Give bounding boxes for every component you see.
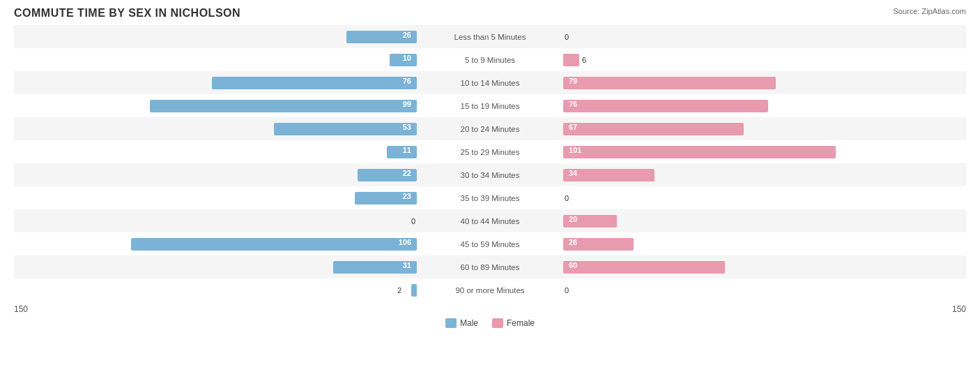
row-label: 15 to 19 Minutes — [420, 102, 560, 110]
row-label: Less than 5 Minutes — [420, 33, 560, 41]
female-value-inside: 20 — [569, 215, 577, 223]
male-value-inside: 23 — [403, 192, 411, 200]
chart-title: COMMUTE TIME BY SEX IN NICHOLSON — [14, 7, 966, 20]
right-section: 76 — [560, 94, 966, 117]
male-bar: 22 — [358, 169, 417, 181]
left-section: 22 — [14, 163, 420, 186]
left-section: 23 — [14, 186, 420, 209]
row-label: 25 to 29 Minutes — [420, 148, 560, 156]
male-bar: 31 — [333, 261, 417, 274]
female-value-zero: 0 — [565, 33, 569, 41]
male-value-inside: 11 — [403, 146, 411, 154]
left-section: 99 — [14, 94, 420, 117]
chart-container: COMMUTE TIME BY SEX IN NICHOLSON Source:… — [0, 0, 980, 365]
right-section: 101 — [560, 140, 966, 163]
male-value-inside: 31 — [403, 261, 411, 269]
chart-row: 76 10 to 14 Minutes 79 — [14, 71, 966, 94]
row-label: 45 to 59 Minutes — [420, 240, 560, 248]
male-bar: 23 — [355, 192, 417, 204]
legend: Male Female — [14, 318, 966, 328]
left-section: 53 — [14, 117, 420, 140]
row-label: 35 to 39 Minutes — [420, 194, 560, 202]
female-value-inside: 79 — [569, 77, 577, 85]
left-section: 106 — [14, 232, 420, 255]
female-value: 6 — [582, 56, 586, 64]
female-value-inside: 76 — [569, 100, 577, 108]
right-section: 20 — [560, 209, 966, 232]
male-bar: 11 — [387, 146, 417, 158]
axis-right-label: 150 — [952, 304, 966, 314]
row-label: 90 or more Minutes — [420, 286, 560, 295]
legend-female-box — [492, 318, 503, 328]
female-bar: 26 — [563, 238, 634, 251]
female-value-inside: 67 — [569, 123, 577, 131]
axis-left-label: 150 — [14, 304, 28, 314]
legend-male-label: Male — [460, 318, 478, 328]
female-bar: 76 — [563, 100, 768, 112]
right-section: 6 — [560, 48, 966, 71]
male-bar — [411, 284, 417, 297]
female-value-inside: 60 — [569, 261, 577, 269]
male-bar: 99 — [150, 100, 417, 112]
row-label: 60 to 89 Minutes — [420, 263, 560, 271]
female-value-inside: 101 — [569, 146, 581, 154]
male-bar: 26 — [346, 31, 417, 43]
female-bar: 101 — [563, 146, 836, 158]
row-label: 20 to 24 Minutes — [420, 125, 560, 133]
right-section: 26 — [560, 232, 966, 255]
female-value-inside: 26 — [569, 238, 577, 246]
legend-female-label: Female — [507, 318, 535, 328]
male-value-inside: 26 — [403, 31, 411, 39]
left-section: 2 — [14, 278, 420, 301]
right-section: 34 — [560, 163, 966, 186]
chart-row: 31 60 to 89 Minutes 60 — [14, 255, 966, 278]
legend-female: Female — [492, 318, 535, 328]
left-section: 76 — [14, 71, 420, 94]
female-bar: 67 — [563, 123, 744, 135]
male-value-inside: 10 — [403, 54, 411, 62]
male-bar: 76 — [212, 77, 417, 89]
right-section: 60 — [560, 255, 966, 278]
female-value-zero: 0 — [565, 194, 569, 202]
row-label: 40 to 44 Minutes — [420, 217, 560, 225]
right-section: 0 — [560, 278, 966, 301]
male-value-inside: 76 — [403, 77, 411, 85]
male-bar: 106 — [131, 238, 417, 251]
male-bar: 53 — [274, 123, 417, 135]
male-value-inside: 22 — [403, 169, 411, 177]
source-label: Source: ZipAtlas.com — [893, 7, 966, 15]
female-bar: 60 — [563, 261, 725, 274]
right-section: 67 — [560, 117, 966, 140]
male-value-inside: 106 — [399, 238, 411, 246]
left-section: 26 — [14, 25, 420, 48]
row-label: 10 to 14 Minutes — [420, 79, 560, 87]
right-section: 0 — [560, 186, 966, 209]
female-bar — [563, 54, 579, 66]
right-section: 0 — [560, 25, 966, 48]
chart-row: 99 15 to 19 Minutes 76 — [14, 94, 966, 117]
chart-body: 26 Less than 5 Minutes 0 10 5 to 9 Minut… — [14, 25, 966, 301]
left-section: 0 — [14, 209, 420, 232]
legend-male: Male — [445, 318, 478, 328]
left-section: 10 — [14, 48, 420, 71]
legend-male-box — [445, 318, 457, 328]
chart-row: 2 90 or more Minutes 0 — [14, 278, 966, 301]
row-label: 30 to 34 Minutes — [420, 171, 560, 179]
chart-row: 0 40 to 44 Minutes 20 — [14, 209, 966, 232]
left-section: 11 — [14, 140, 420, 163]
male-value-inside: 99 — [403, 100, 411, 108]
axis-labels: 150 150 — [14, 304, 966, 314]
right-section: 79 — [560, 71, 966, 94]
male-bar: 10 — [390, 54, 417, 66]
male-value-zero: 0 — [411, 217, 415, 225]
row-label: 5 to 9 Minutes — [420, 56, 560, 64]
chart-row: 106 45 to 59 Minutes 26 — [14, 232, 966, 255]
left-section: 31 — [14, 255, 420, 278]
female-bar: 34 — [563, 169, 654, 181]
male-value-inside: 53 — [403, 123, 411, 131]
female-value-zero: 0 — [565, 286, 569, 295]
chart-row: 11 25 to 29 Minutes 101 — [14, 140, 966, 163]
female-bar: 79 — [563, 77, 776, 89]
chart-row: 53 20 to 24 Minutes 67 — [14, 117, 966, 140]
chart-row: 23 35 to 39 Minutes 0 — [14, 186, 966, 209]
